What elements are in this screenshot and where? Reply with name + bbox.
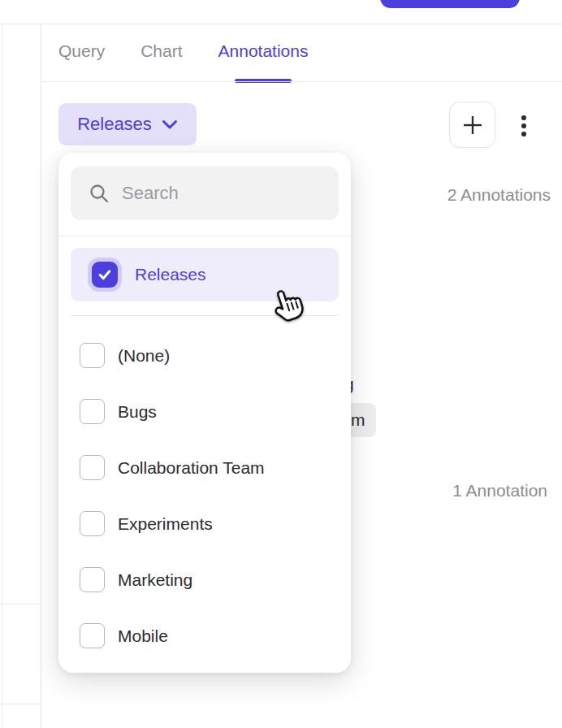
option-row-mobile[interactable]: Mobile [71,608,339,664]
kebab-icon [521,115,526,120]
option-label: Experiments [118,514,213,534]
filter-button-label: Releases [77,114,152,135]
search-input[interactable] [122,183,356,204]
chevron-down-icon [162,119,178,130]
dropdown-divider [58,236,351,236]
dropdown-divider [71,315,339,316]
header-divider [0,24,562,24]
option-row-none[interactable]: (None) [71,327,339,384]
checkbox-unchecked-icon[interactable] [80,455,105,480]
tab-bar: Query Chart Annotations [58,39,308,63]
checkbox-checked-icon[interactable] [92,262,118,288]
releases-filter-dropdown-panel: Releases (None) Bugs Collaboration Team … [58,153,351,673]
gutter-row-divider [0,604,41,604]
checkbox-unchecked-icon[interactable] [80,623,105,648]
option-label: Collaboration Team [118,458,265,478]
option-row-collaboration-team[interactable]: Collaboration Team [71,440,339,496]
sidebar-border [41,24,41,728]
option-label-releases: Releases [135,265,206,284]
checkbox-unchecked-icon[interactable] [80,567,105,592]
releases-filter-dropdown-button[interactable]: Releases [58,103,197,145]
primary-action-button-partial[interactable] [380,0,520,8]
search-icon [89,183,110,205]
kebab-icon [521,124,526,128]
option-row-bugs[interactable]: Bugs [71,384,339,440]
option-label: Marketing [118,570,192,590]
checkbox-unchecked-icon[interactable] [80,343,105,368]
option-label: (None) [118,346,170,366]
annotation-count-top: 2 Annotations [447,185,551,205]
option-label: Bugs [118,402,157,422]
kebab-icon [521,132,526,136]
checkbox-unchecked-icon[interactable] [80,511,105,536]
page-left-edge-line [2,24,2,728]
tab-annotations[interactable]: Annotations [218,41,309,61]
option-label: Mobile [118,626,168,646]
option-row-releases-selected[interactable]: Releases [71,248,339,301]
annotation-count-bottom: 1 Annotation [452,481,547,500]
plus-icon [461,114,484,136]
gutter-row-divider [0,704,41,704]
tab-chart[interactable]: Chart [140,41,182,61]
dropdown-option-list: (None) Bugs Collaboration Team Experimen… [71,327,339,664]
tab-annotations-label: Annotations [218,41,309,60]
option-row-experiments[interactable]: Experiments [71,496,339,552]
add-annotation-button[interactable] [449,102,495,148]
search-box[interactable] [71,167,339,220]
tab-query[interactable]: Query [58,41,105,61]
tabbar-bottom-border [41,81,562,82]
checkbox-unchecked-icon[interactable] [80,399,105,424]
more-options-button[interactable] [517,110,530,142]
option-row-marketing[interactable]: Marketing [71,552,339,608]
